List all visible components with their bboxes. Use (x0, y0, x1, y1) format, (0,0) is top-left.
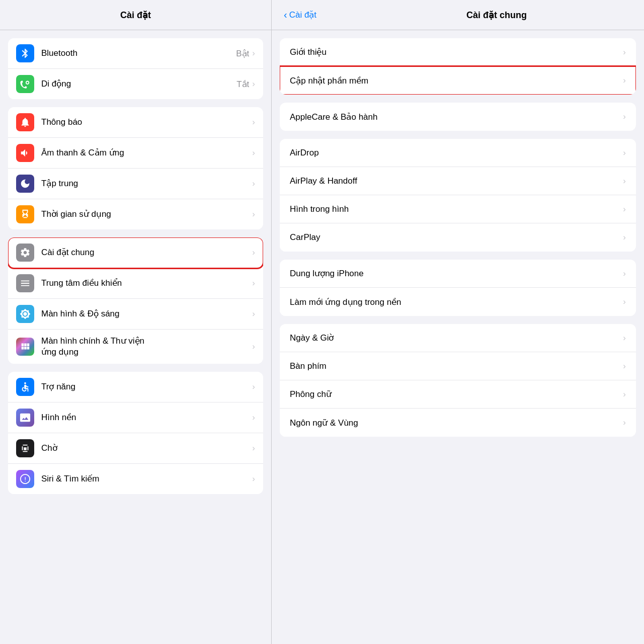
siri-item[interactable]: Siri & Tìm kiếm › (8, 464, 263, 494)
thoigian-chevron: › (252, 209, 255, 219)
thongbao-label: Thông báo (41, 117, 252, 128)
left-panel-title: Cài đặt (120, 10, 151, 21)
hinhnens-label: Hình nền (41, 412, 252, 423)
applecare-item[interactable]: AppleCare & Bảo hành › (280, 103, 636, 131)
lammoi-label: Làm mới ứng dụng trong nền (290, 297, 623, 307)
applecare-group: AppleCare & Bảo hành › (280, 103, 636, 131)
back-chevron-icon: ‹ (284, 9, 287, 21)
hinhtrong-item[interactable]: Hình trong hình › (280, 195, 636, 223)
manhinhchinh-icon-wrap (16, 338, 34, 356)
airdrop-group: AirDrop › AirPlay & Handoff › Hình trong… (280, 139, 636, 252)
caidatchung-item[interactable]: Cài đặt chung › (8, 237, 263, 268)
manhinh-label: Màn hình & Độ sáng (41, 308, 252, 319)
airplay-chevron: › (623, 176, 626, 186)
notifications-group: Thông báo › Âm thanh & Cảm ứng › Tập tru… (8, 107, 263, 229)
caidatchung-chevron: › (252, 248, 255, 258)
banphim-chevron: › (623, 361, 626, 371)
taptrung-item[interactable]: Tập trung › (8, 169, 263, 199)
thongbao-item[interactable]: Thông báo › (8, 107, 263, 138)
back-label: Cài đặt (289, 10, 316, 20)
thongbao-chevron: › (252, 117, 255, 127)
trungtam-chevron: › (252, 278, 255, 288)
banphim-item[interactable]: Bàn phím › (280, 352, 636, 380)
trungtam-icon-wrap (16, 274, 34, 292)
banphim-label: Bàn phím (290, 361, 623, 371)
airdrop-label: AirDrop (290, 148, 623, 158)
dungluong-chevron: › (623, 269, 626, 279)
trungtam-label: Trung tâm điều khiển (41, 278, 252, 289)
carplay-chevron: › (623, 232, 626, 243)
ngonngu-chevron: › (623, 418, 626, 428)
hourglass-icon (20, 209, 31, 220)
ngonngu-label: Ngôn ngữ & Vùng (290, 418, 623, 428)
siri-icon-wrap (16, 470, 34, 488)
ngonngu-item[interactable]: Ngôn ngữ & Vùng › (280, 409, 636, 437)
siri-chevron: › (252, 474, 255, 484)
manhinhchinh-item[interactable]: Màn hình chính & Thư việnứng dụng › (8, 330, 263, 364)
bluetooth-value: Bật (236, 48, 249, 59)
airplay-label: AirPlay & Handoff (290, 176, 623, 186)
capnhat-label: Cập nhật phần mềm (290, 75, 623, 86)
mobile-value: Tắt (236, 79, 249, 90)
back-button[interactable]: ‹ Cài đặt (284, 9, 316, 21)
thoigian-label: Thời gian sử dụng (41, 209, 252, 220)
cho-label: Chờ (41, 443, 252, 454)
right-panel-header: ‹ Cài đặt Cài đặt chung (272, 0, 644, 30)
carplay-item[interactable]: CarPlay › (280, 223, 636, 252)
capnhat-chevron: › (623, 75, 626, 86)
standby-icon (20, 443, 31, 454)
datetime-group: Ngày & Giờ › Bàn phím › Phông chữ › Ngôn… (280, 324, 636, 437)
ngaygios-label: Ngày & Giờ (290, 333, 623, 343)
phongchu-chevron: › (623, 389, 626, 399)
amthanh-label: Âm thanh & Cảm ứng (41, 147, 252, 158)
left-panel-header: Cài đặt (0, 0, 272, 30)
connectivity-group: Bluetooth Bật › Di động Tắt › (8, 38, 263, 99)
hinhnens-item[interactable]: Hình nền › (8, 403, 263, 433)
hinhnens-chevron: › (252, 413, 255, 423)
manhinh-item[interactable]: Màn hình & Độ sáng › (8, 299, 263, 330)
siri-icon (20, 473, 31, 485)
moon-icon (20, 178, 31, 189)
gioithieu-item[interactable]: Giới thiệu › (280, 38, 636, 66)
applecare-chevron: › (623, 112, 626, 122)
mobile-label: Di động (41, 78, 236, 90)
bluetooth-icon (20, 48, 31, 59)
cho-item[interactable]: Chờ › (8, 433, 263, 464)
lammoi-chevron: › (623, 297, 626, 307)
bluetooth-chevron: › (252, 48, 255, 58)
tronang-label: Trợ năng (41, 381, 252, 392)
amthanh-chevron: › (252, 148, 255, 158)
capnhat-item[interactable]: Cập nhật phần mềm › (280, 66, 636, 95)
brightness-icon (20, 308, 31, 319)
right-panel-title: Cài đặt chung (466, 10, 527, 21)
general-group: Cài đặt chung › Trung tâm điều khiển › M… (8, 237, 263, 364)
about-group: Giới thiệu › Cập nhật phần mềm › (280, 38, 636, 95)
airplay-item[interactable]: AirPlay & Handoff › (280, 167, 636, 195)
accessibility-group: Trợ năng › Hình nền › Chờ › (8, 372, 263, 494)
airdrop-chevron: › (623, 148, 626, 158)
bluetooth-label: Bluetooth (41, 48, 236, 59)
header: Cài đặt ‹ Cài đặt Cài đặt chung (0, 0, 644, 30)
phongchu-item[interactable]: Phông chữ › (280, 380, 636, 409)
mobile-icon (20, 78, 31, 90)
ngaygios-item[interactable]: Ngày & Giờ › (280, 324, 636, 352)
lammoi-item[interactable]: Làm mới ứng dụng trong nền › (280, 288, 636, 316)
trungtam-item[interactable]: Trung tâm điều khiển › (8, 268, 263, 299)
bell-icon (20, 117, 31, 128)
dungluong-item[interactable]: Dung lượng iPhone › (280, 260, 636, 288)
ngaygios-chevron: › (623, 333, 626, 343)
manhinh-icon-wrap (16, 305, 34, 323)
mobile-icon-wrap (16, 75, 34, 93)
bluetooth-item[interactable]: Bluetooth Bật › (8, 38, 263, 69)
right-panel: Giới thiệu › Cập nhật phần mềm › AppleCa… (272, 30, 644, 644)
mobile-item[interactable]: Di động Tắt › (8, 69, 263, 99)
hinhnens-icon-wrap (16, 409, 34, 427)
thoigian-item[interactable]: Thời gian sử dụng › (8, 199, 263, 229)
sound-icon (20, 147, 31, 158)
manhinhchinh-label: Màn hình chính & Thư việnứng dụng (41, 336, 252, 358)
airdrop-item[interactable]: AirDrop › (280, 139, 636, 167)
tronang-item[interactable]: Trợ năng › (8, 372, 263, 403)
caidatchung-icon-wrap (16, 244, 34, 262)
cho-icon-wrap (16, 439, 34, 457)
amthanh-item[interactable]: Âm thanh & Cảm ứng › (8, 138, 263, 169)
